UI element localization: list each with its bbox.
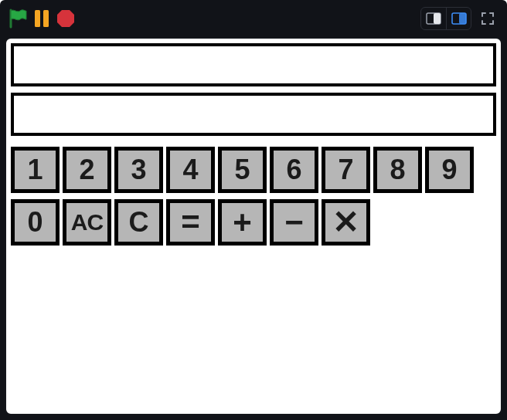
svg-rect-1 [43, 10, 49, 27]
stage-wrap: 123456789 0ACC=+−✕ [0, 37, 507, 420]
key-minus[interactable]: − [270, 199, 318, 246]
svg-rect-4 [434, 13, 441, 24]
display-line-1 [11, 43, 496, 86]
key-1[interactable]: 1 [11, 147, 60, 193]
key-c[interactable]: C [114, 199, 163, 246]
key-6[interactable]: 6 [270, 147, 318, 193]
fullscreen-button[interactable] [476, 7, 499, 30]
app-frame: 123456789 0ACC=+−✕ [0, 0, 507, 420]
key-7[interactable]: 7 [322, 147, 370, 193]
key-row-1: 123456789 [11, 147, 474, 193]
green-flag-button[interactable] [8, 8, 28, 29]
key-4[interactable]: 4 [166, 147, 215, 193]
svg-rect-0 [35, 10, 40, 27]
layout-mode-small[interactable] [421, 8, 446, 29]
key-2[interactable]: 2 [63, 147, 111, 193]
layout-mode-large[interactable] [446, 8, 471, 29]
key-ac[interactable]: AC [63, 199, 111, 246]
key-9[interactable]: 9 [425, 147, 474, 193]
key-3[interactable]: 3 [114, 147, 163, 193]
key-row-2: 0ACC=+−✕ [11, 199, 474, 246]
key-plus[interactable]: + [218, 199, 267, 246]
svg-rect-6 [459, 13, 466, 24]
key-equals[interactable]: = [166, 199, 215, 246]
keypad: 123456789 0ACC=+−✕ [11, 147, 474, 246]
topbar [0, 0, 507, 37]
layout-mode-group [420, 7, 471, 30]
display-line-2 [11, 93, 496, 136]
pause-button[interactable] [34, 9, 49, 28]
stop-button[interactable] [56, 8, 76, 29]
key-5[interactable]: 5 [218, 147, 267, 193]
key-multiply[interactable]: ✕ [322, 199, 370, 246]
key-8[interactable]: 8 [373, 147, 422, 193]
svg-marker-2 [57, 10, 74, 27]
stage[interactable]: 123456789 0ACC=+−✕ [5, 37, 502, 415]
key-0[interactable]: 0 [11, 199, 60, 246]
